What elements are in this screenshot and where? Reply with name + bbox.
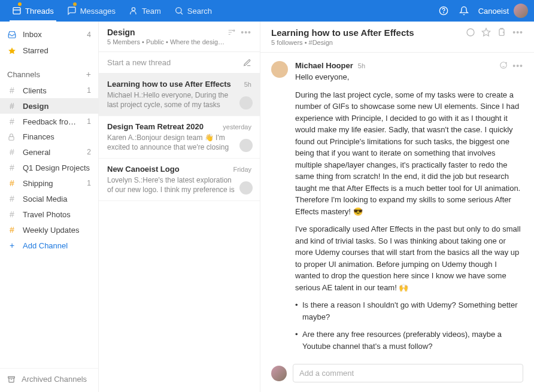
post-paragraph: I've sporadically used After Effects in … <box>295 223 523 293</box>
channel-label: Social Media <box>23 195 91 203</box>
star-icon[interactable] <box>481 28 491 37</box>
notification-dot <box>18 2 22 6</box>
post-bullet: Are there any free resources (preferably… <box>295 329 523 352</box>
topbar-right: Canoeist <box>438 4 528 18</box>
inbox-icon <box>7 31 17 39</box>
more-icon[interactable]: ••• <box>512 28 523 37</box>
hash-icon: # <box>7 117 17 126</box>
user-avatar <box>514 4 528 18</box>
hash-icon: # <box>7 209 17 219</box>
channel-feedback[interactable]: # Feedback from Tes... 1 <box>0 114 98 129</box>
channel-design[interactable]: # Design <box>0 98 98 114</box>
circle-icon[interactable] <box>466 28 475 37</box>
channel-q1-design[interactable]: # Q1 Design Projects <box>0 160 98 175</box>
archive-icon <box>7 375 16 384</box>
hash-icon: # <box>7 163 17 172</box>
hash-icon: # <box>7 194 17 203</box>
channel-shipping[interactable]: # Shipping 1 <box>0 175 98 191</box>
nav-team-label: Team <box>142 7 161 16</box>
channel-count: 1 <box>87 179 91 187</box>
nav-search-label: Search <box>187 7 212 16</box>
nav-team[interactable]: Team <box>123 0 167 22</box>
channel-travel-photos[interactable]: # Travel Photos <box>0 206 98 222</box>
svg-point-11 <box>467 29 474 36</box>
hash-icon: # <box>7 178 17 188</box>
starred-label: Starred <box>23 46 91 55</box>
channel-social-media[interactable]: # Social Media <box>0 191 98 206</box>
threads-column: Design 5 Members • Public • Where the de… <box>99 22 260 392</box>
threads-title: Design <box>107 28 227 37</box>
post-more-icon[interactable]: ••• <box>512 61 523 71</box>
thread-avatar <box>239 139 253 152</box>
archived-channels[interactable]: Archived Channels <box>0 368 98 392</box>
channel-general[interactable]: # General 2 <box>0 144 98 160</box>
svg-point-3 <box>175 8 181 13</box>
channel-weekly-updates[interactable]: # Weekly Updates <box>0 222 98 238</box>
post-greeting: Hello everyone, <box>295 71 523 83</box>
svg-point-6 <box>443 13 444 13</box>
post: Michael Hooper 5h Hello everyone, During… <box>271 61 523 358</box>
thread-avatar <box>239 181 253 195</box>
channel-clients[interactable]: # Clients 1 <box>0 83 98 98</box>
post-author: Michael Hooper <box>295 61 353 70</box>
hash-icon: # <box>7 147 17 157</box>
new-thread-input[interactable]: Start a new thread <box>99 52 260 74</box>
thread-preview: Lovelyn S.:Here's the latest exploration… <box>107 175 251 195</box>
search-icon <box>174 6 184 16</box>
thread-item[interactable]: New Canoeist Logo Friday Lovelyn S.:Here… <box>99 159 260 201</box>
comment-bar <box>260 358 534 392</box>
sort-icon[interactable] <box>227 28 236 37</box>
threads-icon <box>12 6 22 16</box>
channel-label: Finances <box>23 132 91 141</box>
post-time: 5h <box>358 62 365 69</box>
help-button[interactable] <box>438 5 450 17</box>
inbox-count: 4 <box>87 31 91 39</box>
new-thread-label: Start a new thread <box>107 58 243 67</box>
content-header: Learning how to use After Effects 5 foll… <box>260 22 534 53</box>
add-channel-icon[interactable]: + <box>86 69 91 79</box>
nav-threads[interactable]: Threads <box>6 0 60 22</box>
comment-input[interactable] <box>293 364 523 382</box>
add-channel-button[interactable]: + Add Channel <box>0 238 98 253</box>
svg-marker-12 <box>483 28 490 36</box>
thread-item[interactable]: Design Team Retreat 2020 yesterday Karen… <box>99 116 260 159</box>
team-icon <box>129 6 138 16</box>
channel-count: 2 <box>87 148 91 156</box>
post-text: Hello everyone, During the last project … <box>295 71 523 358</box>
channel-label: Travel Photos <box>23 210 91 219</box>
thread-title: Design Team Retreat 2020 <box>107 122 223 131</box>
nav-search[interactable]: Search <box>168 0 218 22</box>
notifications-button[interactable] <box>458 5 470 17</box>
compose-icon <box>243 59 251 67</box>
sidebar-starred[interactable]: Starred <box>0 42 98 59</box>
notification-dot <box>73 2 77 6</box>
channel-label: Design <box>23 102 91 111</box>
content-body: Michael Hooper 5h Hello everyone, During… <box>260 53 534 358</box>
comment-avatar <box>271 366 287 381</box>
more-icon[interactable]: ••• <box>241 28 251 37</box>
nav-messages[interactable]: Messages <box>61 0 122 22</box>
post-paragraph: During the last project cycle, some of m… <box>295 89 523 218</box>
thread-title: New Canoeist Logo <box>107 165 233 174</box>
add-reaction-icon[interactable] <box>499 61 508 71</box>
channels-header: Channels + <box>0 63 98 83</box>
thread-item[interactable]: Learning how to use After Effects 5h Mic… <box>99 74 260 116</box>
svg-point-2 <box>132 8 135 11</box>
user-menu[interactable]: Canoeist <box>478 4 528 18</box>
main: Inbox 4 Starred Channels + # Clients 1 #… <box>0 22 534 392</box>
archived-label: Archived Channels <box>22 375 87 384</box>
thread-preview: Karen A.:Bonjour design team 👋 I'm excit… <box>107 133 251 152</box>
content-column: Learning how to use After Effects 5 foll… <box>260 22 534 392</box>
content-title: Learning how to use After Effects <box>271 28 466 38</box>
username: Canoeist <box>478 7 509 16</box>
sidebar: Inbox 4 Starred Channels + # Clients 1 #… <box>0 22 99 392</box>
channel-finances[interactable]: Finances <box>0 129 98 144</box>
hash-icon: # <box>7 101 17 111</box>
threads-header: Design 5 Members • Public • Where the de… <box>99 22 260 52</box>
channel-label: Shipping <box>23 179 81 188</box>
sidebar-inbox[interactable]: Inbox 4 <box>0 26 98 42</box>
channel-label: Feedback from Tes... <box>23 117 81 126</box>
channel-count: 1 <box>87 117 91 126</box>
messages-icon <box>67 6 77 16</box>
clipboard-icon[interactable] <box>497 28 506 37</box>
